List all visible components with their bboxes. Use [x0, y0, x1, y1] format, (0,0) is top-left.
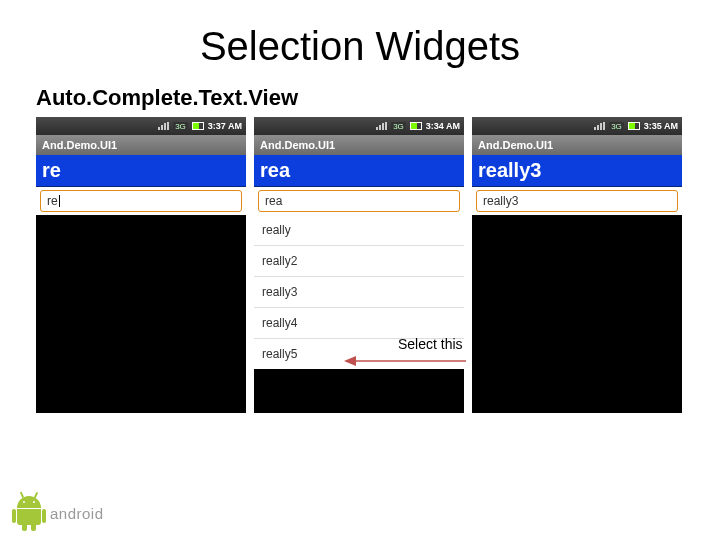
slide-title: Selection Widgets — [0, 0, 720, 77]
signal-icon — [594, 122, 605, 130]
app-title-bar: And.Demo.UI1 — [36, 135, 246, 155]
dropdown-option[interactable]: really — [254, 215, 464, 246]
clock-text: 3:37 AM — [208, 121, 242, 131]
app-title-bar: And.Demo.UI1 — [472, 135, 682, 155]
battery-icon — [410, 122, 422, 130]
autocomplete-input[interactable]: really3 — [476, 190, 678, 212]
dropdown-option[interactable]: really3 — [254, 277, 464, 308]
android-robot-icon — [14, 496, 44, 530]
result-label: really3 — [472, 155, 682, 187]
status-bar: 3G 3:37 AM — [36, 117, 246, 135]
annotation-text: Select this — [398, 336, 463, 352]
phone-screenshot-3: 3G 3:35 AM And.Demo.UI1 really3 really3 — [472, 117, 682, 413]
android-wordmark: android — [50, 505, 104, 522]
android-logo: android — [14, 496, 104, 530]
empty-area — [36, 215, 246, 413]
input-text: really3 — [483, 194, 518, 208]
phones-row: 3G 3:37 AM And.Demo.UI1 re re 3G 3 — [0, 117, 720, 413]
dropdown-option[interactable]: really4 — [254, 308, 464, 339]
network-badge: 3G — [173, 122, 188, 131]
input-text: rea — [265, 194, 282, 208]
empty-area — [472, 215, 682, 413]
phone-screenshot-2: 3G 3:34 AM And.Demo.UI1 rea rea really r… — [254, 117, 464, 413]
slide-subtitle: Auto.Complete.Text.View — [0, 77, 720, 117]
autocomplete-container: really3 — [472, 187, 682, 215]
clock-text: 3:35 AM — [644, 121, 678, 131]
network-badge: 3G — [391, 122, 406, 131]
autocomplete-container: re — [36, 187, 246, 215]
status-bar: 3G 3:35 AM — [472, 117, 682, 135]
signal-icon — [158, 122, 169, 130]
autocomplete-input[interactable]: re — [40, 190, 242, 212]
signal-icon — [376, 122, 387, 130]
dropdown-option[interactable]: really2 — [254, 246, 464, 277]
result-label: rea — [254, 155, 464, 187]
autocomplete-container: rea — [254, 187, 464, 215]
phone-screenshot-1: 3G 3:37 AM And.Demo.UI1 re re — [36, 117, 246, 413]
input-text: re — [47, 194, 58, 208]
battery-icon — [628, 122, 640, 130]
app-title-bar: And.Demo.UI1 — [254, 135, 464, 155]
autocomplete-input[interactable]: rea — [258, 190, 460, 212]
arrow-icon — [344, 354, 468, 368]
result-label: re — [36, 155, 246, 187]
svg-marker-1 — [344, 356, 356, 366]
network-badge: 3G — [609, 122, 624, 131]
text-cursor-icon — [59, 195, 60, 207]
battery-icon — [192, 122, 204, 130]
clock-text: 3:34 AM — [426, 121, 460, 131]
status-bar: 3G 3:34 AM — [254, 117, 464, 135]
